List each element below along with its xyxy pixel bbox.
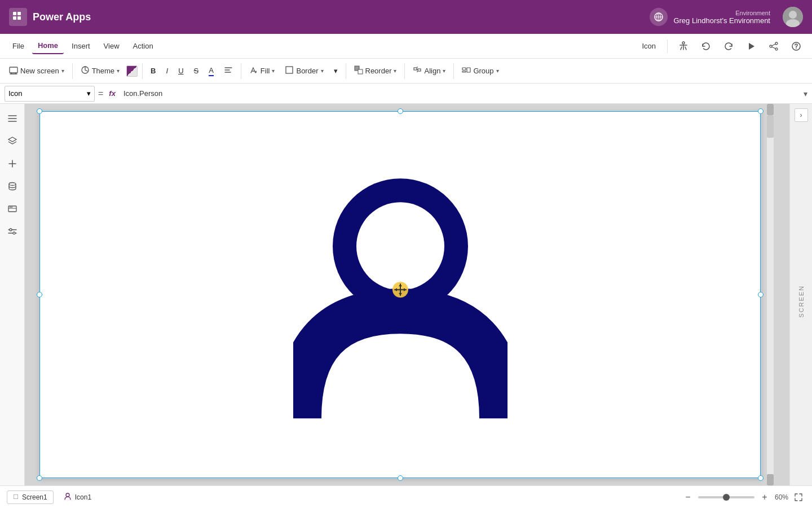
handle-bc[interactable]	[398, 475, 403, 481]
border-label: Border	[296, 67, 318, 75]
sep6	[453, 63, 454, 79]
sidebar-controls-icon[interactable]	[2, 221, 23, 242]
new-screen-label: New screen	[20, 67, 59, 75]
environment-section: Environment Greg Lindhorst's Environment	[650, 7, 803, 27]
fill-label: Fill	[261, 67, 270, 75]
expand-button[interactable]: ▾	[329, 64, 342, 77]
zoom-slider[interactable]	[698, 496, 754, 498]
handle-br[interactable]	[758, 475, 764, 481]
svg-rect-0	[13, 12, 16, 15]
sep2	[142, 63, 143, 79]
zoom-number: 60	[775, 493, 782, 501]
env-text: Environment Greg Lindhorst's Environment	[673, 10, 770, 25]
screen-canvas	[39, 111, 761, 479]
scope-value: Icon	[8, 89, 23, 98]
handle-tr[interactable]	[758, 108, 764, 114]
scrollbar-body[interactable]	[767, 115, 774, 138]
svg-point-28	[10, 207, 11, 208]
strikethrough-button[interactable]: S	[189, 64, 204, 77]
svg-rect-1	[17, 12, 21, 15]
handle-tl[interactable]	[37, 108, 42, 114]
share-button[interactable]	[765, 37, 783, 55]
border-button[interactable]: Border ▾	[280, 63, 328, 78]
svg-marker-10	[749, 43, 754, 50]
group-button[interactable]: Group ▾	[457, 63, 503, 78]
right-panel: › SCREEN	[789, 104, 812, 485]
align-button[interactable]: Align ▾	[408, 63, 450, 78]
person-icon[interactable]	[293, 159, 508, 420]
svg-point-12	[770, 45, 772, 47]
italic-button[interactable]: I	[162, 64, 173, 77]
user-avatar[interactable]	[783, 7, 803, 27]
handle-tc[interactable]	[398, 108, 403, 114]
sidebar-layers-icon[interactable]	[2, 131, 23, 151]
svg-rect-24	[467, 68, 470, 72]
align-text-button[interactable]	[219, 63, 237, 78]
fx-label: fx	[109, 89, 116, 98]
zoom-slider-thumb	[723, 494, 730, 501]
underline-button[interactable]: U	[174, 64, 188, 77]
svg-rect-18	[286, 67, 293, 73]
handle-ml[interactable]	[37, 292, 42, 297]
fill-button[interactable]: Fill ▾	[245, 63, 280, 78]
canvas-area[interactable]	[25, 104, 789, 485]
fullscreen-button[interactable]	[792, 491, 805, 504]
svg-rect-27	[8, 206, 16, 212]
env-label: Environment	[673, 10, 770, 16]
fill-chevron: ▾	[272, 68, 275, 74]
handle-mr[interactable]	[758, 292, 764, 297]
bold-button[interactable]: B	[146, 64, 160, 77]
sidebar-media-icon[interactable]	[2, 199, 23, 219]
fx-button[interactable]: fx	[107, 88, 118, 99]
play-button[interactable]	[742, 37, 760, 55]
formula-input[interactable]	[121, 86, 800, 102]
sidebar-menu-icon[interactable]	[2, 108, 23, 129]
undo-button[interactable]	[697, 37, 715, 55]
formula-chevron[interactable]: ▾	[804, 89, 807, 98]
align-btn-label: Align	[424, 67, 440, 75]
new-screen-button[interactable]: New screen ▾	[5, 63, 69, 78]
scrollbar-thumb-top	[767, 104, 774, 115]
icon1-tab[interactable]: Icon1	[58, 490, 97, 504]
app-icon	[9, 8, 27, 26]
vertical-scrollbar[interactable]	[767, 104, 774, 485]
font-color-label: A	[209, 66, 214, 76]
zoom-out-button[interactable]: −	[681, 491, 695, 504]
group-chevron: ▾	[496, 68, 499, 74]
main-content: › SCREEN	[0, 104, 812, 485]
reorder-button[interactable]: Reorder ▾	[350, 63, 401, 78]
toolbar: New screen ▾ Theme ▾ B I U S A	[0, 59, 812, 84]
sep4	[346, 63, 346, 79]
italic-label: I	[166, 67, 169, 75]
sidebar-database-icon[interactable]	[2, 176, 23, 196]
theme-button[interactable]: Theme ▾	[76, 63, 124, 78]
help-button[interactable]	[787, 37, 805, 55]
redo-button[interactable]	[720, 37, 738, 55]
strikethrough-label: S	[194, 67, 199, 75]
theme-chevron: ▾	[117, 68, 120, 74]
bold-label: B	[151, 67, 156, 75]
font-color-button[interactable]: A	[204, 64, 218, 78]
menu-home[interactable]: Home	[32, 38, 64, 54]
group-label: Group	[473, 67, 493, 75]
sidebar-add-icon[interactable]	[2, 154, 23, 174]
sep3	[241, 63, 241, 79]
scope-select[interactable]: Icon ▾	[5, 86, 95, 102]
menu-insert[interactable]: Insert	[66, 38, 96, 54]
menu-action[interactable]: Action	[127, 38, 159, 54]
menu-view[interactable]: View	[98, 38, 125, 54]
screen1-tab[interactable]: ☐ Screen1	[7, 491, 54, 504]
reorder-chevron: ▾	[394, 68, 396, 74]
move-cursor	[390, 279, 411, 300]
svg-point-29	[11, 207, 12, 208]
zoom-in-button[interactable]: +	[758, 491, 771, 504]
menu-file[interactable]: File	[7, 38, 30, 54]
theme-color-swatch	[126, 65, 138, 77]
zoom-value: 60%	[775, 493, 788, 501]
menu-right-icons: Icon	[637, 37, 805, 55]
panel-collapse-button[interactable]: ›	[795, 108, 808, 122]
group-icon	[462, 65, 471, 76]
accessibility-icon-btn[interactable]	[674, 37, 692, 55]
align-btn-chevron: ▾	[443, 68, 445, 74]
handle-bl[interactable]	[37, 475, 42, 481]
